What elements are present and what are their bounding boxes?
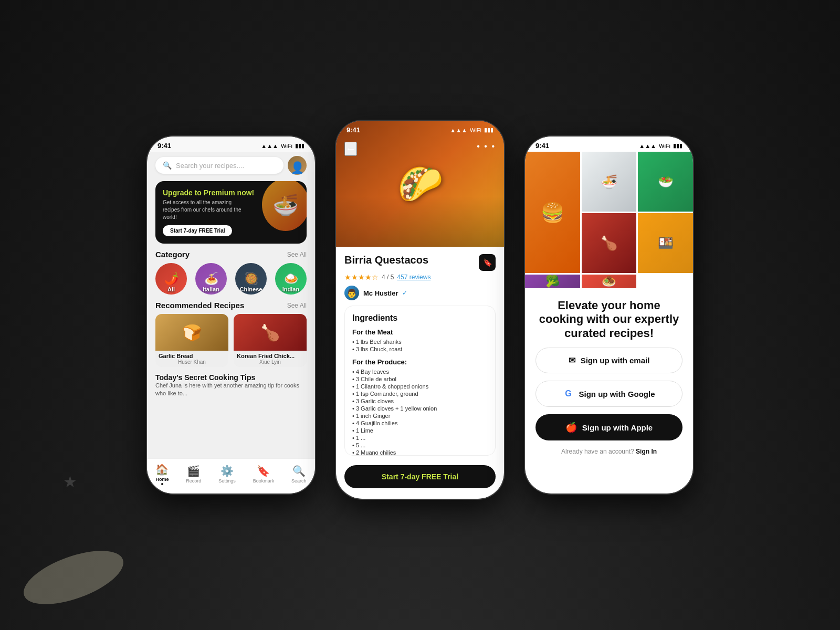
signup-footer: Already have an account? Sign In — [536, 448, 682, 455]
home-icon: 🏠 — [155, 463, 169, 476]
google-icon: G — [563, 388, 574, 399]
produce-ingredients-list: 4 Bay leaves 3 Chile de arbol 1 Cilantro… — [352, 368, 488, 456]
nav-settings-label: Settings — [218, 478, 236, 484]
ingredient-item: 1 Lime — [352, 427, 488, 434]
settings-icon: ⚙️ — [220, 465, 234, 477]
signin-link[interactable]: Sign In — [636, 448, 657, 455]
cta-wrap: Start 7-day FREE Trial — [336, 460, 504, 499]
search-placeholder: Search your recipes.... — [176, 162, 244, 170]
category-indian[interactable]: 🍛 Indian — [275, 263, 307, 295]
verified-badge: ✓ — [402, 289, 407, 297]
status-time-3: 9:41 — [536, 142, 549, 150]
category-all-circle: 🌶️ All — [155, 263, 187, 295]
category-all-label: All — [167, 286, 175, 292]
food-img-1: 🍔 — [525, 152, 580, 273]
tips-section: Today's Secret Cooking Tips Chef Juna is… — [155, 373, 307, 398]
collage-cell-1: 🍔 — [525, 152, 580, 273]
category-all[interactable]: 🌶️ All — [155, 263, 187, 295]
apple-icon: 🍎 — [565, 422, 577, 433]
recipe-detail-name: Birria Questacos — [344, 254, 428, 266]
food-img-4: 🍗 — [582, 213, 637, 273]
category-italian[interactable]: 🍝 Italian — [195, 263, 227, 295]
recommended-section-header: Recommended Recipes See All — [155, 301, 307, 310]
nav-settings[interactable]: ⚙️ Settings — [218, 465, 236, 484]
bookmark-button[interactable]: 🔖 — [479, 254, 496, 271]
ingredient-item: 4 Bay leaves — [352, 368, 488, 375]
nav-home[interactable]: 🏠 Home — [155, 463, 169, 485]
rating-count[interactable]: 457 reviews — [397, 274, 430, 281]
nav-search[interactable]: 🔍 Search — [291, 465, 307, 484]
status-bar-3: 9:41 ▲▲▲ WiFi ▮▮▮ — [525, 136, 693, 152]
recipes-row: 🍞 Garlic Bread Huser Khan 🍗 Korean Fried… — [155, 314, 307, 367]
recommended-see-all[interactable]: See All — [287, 302, 307, 309]
collage-cell-2: 🍜 — [582, 152, 637, 212]
ingredients-title: Ingredients — [352, 313, 488, 323]
nav-bookmark[interactable]: 🔖 Bookmark — [253, 465, 275, 484]
phone-home: 9:41 ▲▲▲ WiFi ▮▮▮ 🔍 Search your recipes.… — [147, 136, 315, 494]
recipe-card-korean[interactable]: 🍗 Korean Fried Chick... Xiue Lyin — [234, 314, 307, 367]
recipe-name-garlic: Garlic Bread — [159, 353, 225, 359]
category-chinese[interactable]: 🥘 Chinese — [235, 263, 267, 295]
food-img-3: 🥗 — [638, 152, 693, 212]
meat-ingredients-list: 1 lbs Beef shanks 3 lbs Chuck, roast — [352, 338, 488, 353]
nav-record[interactable]: 🎬 Record — [186, 465, 201, 484]
signup-content: Elevate your home cooking with our exper… — [525, 288, 693, 494]
signup-apple-button[interactable]: 🍎 Sign up with Apple — [536, 414, 682, 440]
food-collage: 🍔 🍜 🥗 🍗 🍱 🥦 🧆 — [525, 152, 693, 288]
recipe-detail-top: Birria Questacos 🔖 — [344, 254, 496, 271]
ingredient-item: 1 inch Ginger — [352, 412, 488, 419]
signup-headline: Elevate your home cooking with our exper… — [536, 299, 682, 340]
food-img-5: 🍱 — [638, 213, 693, 273]
category-title: Category — [155, 250, 190, 259]
premium-desc: Get access to all the amazing recipes fr… — [163, 199, 247, 221]
signup-email-button[interactable]: ✉ Sign up with email — [536, 348, 682, 373]
phone-recipe-detail: 9:41 ▲▲▲ WiFi ▮▮▮ 🌮 ← • • • — [336, 121, 504, 499]
phone-signup: 9:41 ▲▲▲ WiFi ▮▮▮ 🍔 🍜 🥗 — [525, 136, 693, 494]
collage-cell-3: 🥗 — [638, 152, 693, 212]
back-button[interactable]: ← — [344, 142, 357, 156]
more-options-button[interactable]: • • • — [477, 142, 496, 151]
author-row: 👨 Mc Hustler ✓ — [344, 286, 496, 300]
user-avatar[interactable] — [288, 156, 307, 175]
author-avatar: 👨 — [344, 286, 359, 300]
recipe-author-korean: Xiue Lyin — [237, 359, 303, 365]
ingredient-item: 4 Guajillo chilies — [352, 419, 488, 427]
status-icons-2: ▲▲▲ WiFi ▮▮▮ — [450, 127, 494, 133]
recipe-card-garlic[interactable]: 🍞 Garlic Bread Huser Khan — [155, 314, 228, 367]
nav-home-label: Home — [155, 477, 169, 482]
rating-score: 4 / 5 — [382, 274, 394, 281]
category-indian-circle: 🍛 Indian — [275, 263, 307, 295]
author-name: Mc Hustler — [363, 289, 398, 297]
collage-cell-5: 🍱 — [638, 213, 693, 273]
ingredient-item: 3 Garlic cloves + 1 yellow onion — [352, 405, 488, 412]
ingredient-item: 1 tsp Corriander, ground — [352, 390, 488, 397]
signal-icon: ▲▲▲ — [261, 143, 278, 149]
bookmark-icon: 🔖 — [257, 465, 270, 477]
ingredient-item: 5 ... — [352, 442, 488, 449]
battery-icon-2: ▮▮▮ — [484, 127, 494, 133]
recommended-title: Recommended Recipes — [155, 301, 244, 310]
premium-cta-button[interactable]: Start 7-day FREE Trial — [163, 225, 232, 236]
tips-desc: Chef Juna is here with yet another amazi… — [155, 382, 307, 398]
email-icon: ✉ — [569, 355, 575, 365]
category-italian-label: Italian — [203, 286, 219, 292]
recipe-detail-content: Birria Questacos 🔖 ★★★★☆ 4 / 5 457 revie… — [336, 247, 504, 499]
recipe-img-garlic: 🍞 — [155, 314, 228, 351]
signup-apple-label: Sign up with Apple — [582, 423, 653, 432]
category-see-all[interactable]: See All — [287, 251, 307, 258]
ingredient-item: 2 Muano chilies — [352, 449, 488, 456]
search-input-wrap[interactable]: 🔍 Search your recipes.... — [155, 157, 284, 174]
cta-button[interactable]: Start 7-day FREE Trial — [344, 465, 496, 488]
categories-row: 🌶️ All 🍝 Italian 🥘 — [155, 263, 307, 295]
ingredient-item: 1 Cilantro & chopped onions — [352, 383, 488, 390]
search-icon: 🔍 — [163, 161, 172, 170]
signup-google-button[interactable]: G Sign up with Google — [536, 381, 682, 407]
recipe-detail-header: Birria Questacos 🔖 ★★★★☆ 4 / 5 457 revie… — [336, 247, 504, 306]
nav-bookmark-label: Bookmark — [253, 478, 275, 484]
category-section-header: Category See All — [155, 250, 307, 259]
category-chinese-circle: 🥘 Chinese — [235, 263, 267, 295]
ingredient-item: 3 Chile de arbol — [352, 375, 488, 383]
ingredient-item: 1 lbs Beef shanks — [352, 338, 488, 345]
ingredients-card: Ingredients For the Meat 1 lbs Beef shan… — [344, 306, 496, 456]
food-img-7: 🧆 — [582, 275, 637, 288]
